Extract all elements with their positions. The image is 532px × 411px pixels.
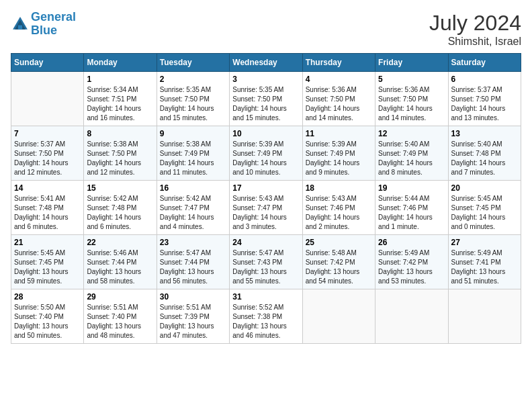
calendar-cell [11, 72, 84, 126]
calendar-cell: 2Sunrise: 5:35 AM Sunset: 7:50 PM Daylig… [157, 72, 229, 126]
calendar-cell: 22Sunrise: 5:46 AM Sunset: 7:44 PM Dayli… [84, 235, 157, 289]
day-info: Sunrise: 5:42 AM Sunset: 7:48 PM Dayligh… [87, 194, 153, 232]
day-info: Sunrise: 5:40 AM Sunset: 7:48 PM Dayligh… [451, 140, 518, 177]
week-row-5: 28Sunrise: 5:50 AM Sunset: 7:40 PM Dayli… [11, 289, 521, 344]
calendar-cell: 20Sunrise: 5:45 AM Sunset: 7:45 PM Dayli… [448, 181, 521, 235]
day-number: 12 [378, 129, 445, 138]
week-row-3: 14Sunrise: 5:41 AM Sunset: 7:48 PM Dayli… [11, 181, 521, 235]
calendar-cell: 10Sunrise: 5:39 AM Sunset: 7:49 PM Dayli… [230, 126, 302, 181]
weekday-header-thursday: Thursday [302, 54, 375, 72]
calendar-cell: 13Sunrise: 5:40 AM Sunset: 7:48 PM Dayli… [448, 126, 521, 181]
day-number: 5 [378, 75, 445, 84]
logo-text: General Blue [31, 11, 76, 38]
calendar-cell: 29Sunrise: 5:51 AM Sunset: 7:40 PM Dayli… [84, 289, 157, 344]
day-number: 3 [232, 75, 299, 84]
calendar-cell: 14Sunrise: 5:41 AM Sunset: 7:48 PM Dayli… [11, 181, 84, 235]
calendar-cell: 11Sunrise: 5:39 AM Sunset: 7:49 PM Dayli… [302, 126, 375, 181]
day-info: Sunrise: 5:35 AM Sunset: 7:50 PM Dayligh… [160, 85, 226, 123]
calendar-cell: 27Sunrise: 5:49 AM Sunset: 7:41 PM Dayli… [448, 235, 521, 289]
day-info: Sunrise: 5:42 AM Sunset: 7:47 PM Dayligh… [160, 194, 226, 232]
calendar-cell: 23Sunrise: 5:47 AM Sunset: 7:44 PM Dayli… [157, 235, 229, 289]
day-number: 14 [14, 183, 81, 193]
week-row-4: 21Sunrise: 5:45 AM Sunset: 7:45 PM Dayli… [11, 235, 521, 289]
day-info: Sunrise: 5:46 AM Sunset: 7:44 PM Dayligh… [87, 248, 153, 286]
calendar-body: 1Sunrise: 5:34 AM Sunset: 7:51 PM Daylig… [11, 72, 521, 344]
day-number: 8 [87, 129, 153, 138]
day-number: 9 [160, 129, 226, 138]
day-info: Sunrise: 5:49 AM Sunset: 7:42 PM Dayligh… [378, 248, 445, 286]
weekday-header-monday: Monday [84, 54, 157, 72]
day-info: Sunrise: 5:40 AM Sunset: 7:49 PM Dayligh… [378, 140, 445, 177]
day-number: 30 [160, 292, 226, 302]
day-info: Sunrise: 5:36 AM Sunset: 7:50 PM Dayligh… [378, 85, 445, 123]
day-info: Sunrise: 5:50 AM Sunset: 7:40 PM Dayligh… [14, 303, 81, 340]
day-info: Sunrise: 5:51 AM Sunset: 7:40 PM Dayligh… [87, 303, 153, 340]
calendar-cell: 7Sunrise: 5:37 AM Sunset: 7:50 PM Daylig… [11, 126, 84, 181]
day-number: 4 [306, 75, 372, 84]
logo: General Blue [11, 11, 76, 38]
day-number: 18 [306, 183, 372, 193]
day-info: Sunrise: 5:43 AM Sunset: 7:47 PM Dayligh… [232, 194, 299, 232]
day-info: Sunrise: 5:47 AM Sunset: 7:43 PM Dayligh… [232, 248, 299, 286]
day-info: Sunrise: 5:48 AM Sunset: 7:42 PM Dayligh… [306, 248, 372, 286]
day-number: 15 [87, 183, 153, 193]
day-info: Sunrise: 5:38 AM Sunset: 7:50 PM Dayligh… [87, 140, 153, 177]
day-number: 25 [306, 238, 372, 247]
day-info: Sunrise: 5:38 AM Sunset: 7:49 PM Dayligh… [160, 140, 226, 177]
day-number: 22 [87, 238, 153, 247]
day-number: 29 [87, 292, 153, 302]
week-row-2: 7Sunrise: 5:37 AM Sunset: 7:50 PM Daylig… [11, 126, 521, 181]
calendar-cell: 19Sunrise: 5:44 AM Sunset: 7:46 PM Dayli… [375, 181, 448, 235]
day-number: 10 [232, 129, 299, 138]
day-info: Sunrise: 5:45 AM Sunset: 7:45 PM Dayligh… [14, 248, 81, 286]
page-header: General Blue July 2024 Shimshit, Israel [11, 11, 521, 48]
day-number: 1 [87, 75, 153, 84]
day-info: Sunrise: 5:44 AM Sunset: 7:46 PM Dayligh… [378, 194, 445, 232]
weekday-header-wednesday: Wednesday [230, 54, 302, 72]
calendar-cell: 25Sunrise: 5:48 AM Sunset: 7:42 PM Dayli… [302, 235, 375, 289]
day-info: Sunrise: 5:49 AM Sunset: 7:41 PM Dayligh… [451, 248, 518, 286]
calendar-cell: 5Sunrise: 5:36 AM Sunset: 7:50 PM Daylig… [375, 72, 448, 126]
day-info: Sunrise: 5:36 AM Sunset: 7:50 PM Dayligh… [306, 85, 372, 123]
calendar-table: SundayMondayTuesdayWednesdayThursdayFrid… [11, 53, 521, 344]
calendar-cell: 15Sunrise: 5:42 AM Sunset: 7:48 PM Dayli… [84, 181, 157, 235]
calendar-cell [448, 289, 521, 344]
day-info: Sunrise: 5:39 AM Sunset: 7:49 PM Dayligh… [306, 140, 372, 177]
day-info: Sunrise: 5:39 AM Sunset: 7:49 PM Dayligh… [232, 140, 299, 177]
day-info: Sunrise: 5:41 AM Sunset: 7:48 PM Dayligh… [14, 194, 81, 232]
logo-icon [11, 15, 30, 34]
weekday-header-row: SundayMondayTuesdayWednesdayThursdayFrid… [11, 54, 521, 72]
weekday-header-sunday: Sunday [11, 54, 84, 72]
day-info: Sunrise: 5:47 AM Sunset: 7:44 PM Dayligh… [160, 248, 226, 286]
calendar-cell: 24Sunrise: 5:47 AM Sunset: 7:43 PM Dayli… [230, 235, 302, 289]
calendar-cell: 31Sunrise: 5:52 AM Sunset: 7:38 PM Dayli… [230, 289, 302, 344]
calendar-cell: 4Sunrise: 5:36 AM Sunset: 7:50 PM Daylig… [302, 72, 375, 126]
calendar-cell: 8Sunrise: 5:38 AM Sunset: 7:50 PM Daylig… [84, 126, 157, 181]
calendar-cell: 12Sunrise: 5:40 AM Sunset: 7:49 PM Dayli… [375, 126, 448, 181]
day-number: 16 [160, 183, 226, 193]
calendar-cell: 1Sunrise: 5:34 AM Sunset: 7:51 PM Daylig… [84, 72, 157, 126]
calendar-cell: 26Sunrise: 5:49 AM Sunset: 7:42 PM Dayli… [375, 235, 448, 289]
calendar-cell [302, 289, 375, 344]
day-number: 7 [14, 129, 81, 138]
day-number: 2 [160, 75, 226, 84]
day-number: 19 [378, 183, 445, 193]
calendar-cell: 3Sunrise: 5:35 AM Sunset: 7:50 PM Daylig… [230, 72, 302, 126]
week-row-1: 1Sunrise: 5:34 AM Sunset: 7:51 PM Daylig… [11, 72, 521, 126]
day-number: 20 [451, 183, 518, 193]
calendar-cell: 16Sunrise: 5:42 AM Sunset: 7:47 PM Dayli… [157, 181, 229, 235]
day-number: 13 [451, 129, 518, 138]
day-number: 27 [451, 238, 518, 247]
day-info: Sunrise: 5:52 AM Sunset: 7:38 PM Dayligh… [232, 303, 299, 340]
day-number: 11 [306, 129, 372, 138]
title-block: July 2024 Shimshit, Israel [429, 11, 521, 48]
day-info: Sunrise: 5:35 AM Sunset: 7:50 PM Dayligh… [232, 85, 299, 123]
calendar-cell [375, 289, 448, 344]
calendar-cell: 6Sunrise: 5:37 AM Sunset: 7:50 PM Daylig… [448, 72, 521, 126]
weekday-header-tuesday: Tuesday [157, 54, 229, 72]
day-number: 21 [14, 238, 81, 247]
logo-line1: General [31, 10, 76, 24]
calendar-header: SundayMondayTuesdayWednesdayThursdayFrid… [11, 54, 521, 72]
day-number: 24 [232, 238, 299, 247]
calendar-cell: 21Sunrise: 5:45 AM Sunset: 7:45 PM Dayli… [11, 235, 84, 289]
